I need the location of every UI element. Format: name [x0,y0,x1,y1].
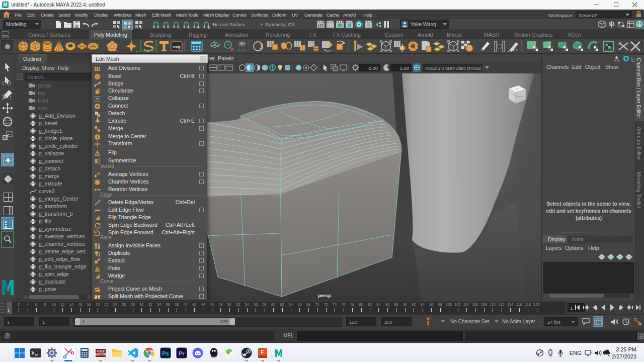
svg-text:F: F [261,349,265,355]
svg-text:::: :: [188,26,190,29]
svg-text:<>: <> [197,26,200,29]
svg-text:svg: svg [173,44,181,49]
svg-text:.: . [179,26,180,29]
svg-text:M: M [3,2,7,8]
svg-text:MEETER: MEETER [96,353,106,356]
svg-text:Pr: Pr [179,350,185,356]
svg-text:123: 123 [317,24,324,27]
svg-text:C: C [208,26,210,29]
svg-text:0.0.0: 0.0.0 [238,48,246,52]
svg-text:Ps: Ps [162,350,169,356]
